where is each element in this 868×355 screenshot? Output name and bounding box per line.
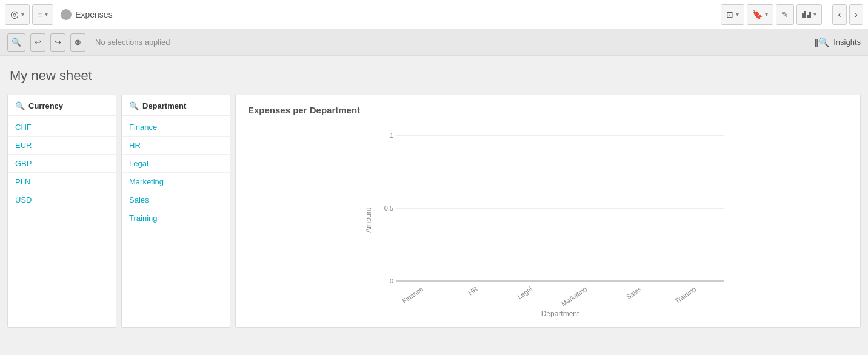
x-tick-finance: Finance bbox=[401, 285, 424, 304]
x-tick-marketing: Marketing bbox=[560, 285, 588, 308]
chart-select-button[interactable]: ▾ bbox=[796, 4, 822, 25]
department-filter-panel: 🔍 Department Finance HR Legal Marketing … bbox=[121, 95, 230, 328]
nav-caret: ▾ bbox=[21, 11, 24, 18]
app-title: Expenses bbox=[75, 10, 112, 19]
currency-search-icon: 🔍 bbox=[15, 101, 25, 110]
list-item[interactable]: Legal bbox=[122, 155, 230, 173]
list-caret: ▾ bbox=[45, 11, 48, 18]
no-selections-text: No selections applied bbox=[95, 38, 170, 47]
forward-button[interactable]: › bbox=[849, 4, 863, 25]
currency-filter-list: CHF EUR GBP PLN USD bbox=[8, 116, 116, 211]
list-item[interactable]: Training bbox=[122, 209, 230, 227]
insights-button[interactable]: ǁ🔍 Insights bbox=[814, 37, 861, 48]
list-item[interactable]: CHF bbox=[8, 118, 116, 137]
pencil-icon: ✎ bbox=[781, 10, 789, 19]
currency-filter-panel: 🔍 Currency CHF EUR GBP PLN USD bbox=[7, 95, 116, 328]
department-filter-header: 🔍 Department bbox=[122, 95, 230, 116]
list-item[interactable]: USD bbox=[8, 191, 116, 209]
y-tick-0: 0 bbox=[390, 277, 393, 285]
list-item[interactable]: Sales bbox=[122, 191, 230, 209]
forward-icon: › bbox=[855, 9, 858, 20]
bookmark-caret: ▾ bbox=[765, 11, 768, 18]
list-icon: ≡ bbox=[38, 10, 42, 19]
screen-icon: ⊡ bbox=[726, 10, 733, 19]
chart-select-caret: ▾ bbox=[813, 11, 816, 18]
screen-button[interactable]: ⊡ ▾ bbox=[721, 4, 744, 25]
list-item[interactable]: EUR bbox=[8, 137, 116, 155]
search-selection-icon: 🔍 bbox=[12, 38, 21, 47]
y-tick-1: 1 bbox=[390, 132, 393, 139]
sheet-title-area: My new sheet bbox=[0, 56, 868, 90]
back-icon: ‹ bbox=[838, 9, 841, 20]
forward-selection-icon: ↪ bbox=[55, 38, 61, 47]
x-tick-sales: Sales bbox=[625, 285, 643, 300]
barchart-icon bbox=[802, 11, 811, 18]
x-tick-legal: Legal bbox=[516, 285, 533, 300]
sheet-title: My new sheet bbox=[10, 68, 858, 84]
toolbar-divider bbox=[827, 7, 827, 22]
screen-caret: ▾ bbox=[736, 11, 739, 18]
list-item[interactable]: GBP bbox=[8, 155, 116, 173]
app-name-container: Expenses bbox=[61, 9, 112, 20]
clear-selection-icon: ⊗ bbox=[75, 38, 81, 47]
selection-bar: 🔍 ↩ ↪ ⊗ No selections applied ǁ🔍 Insight… bbox=[0, 29, 868, 56]
x-axis-label: Department bbox=[541, 309, 579, 317]
search-selection-button[interactable]: 🔍 bbox=[7, 33, 25, 52]
undo-selection-button[interactable]: ↩ bbox=[30, 33, 45, 52]
department-filter-list: Finance HR Legal Marketing Sales Trainin… bbox=[122, 116, 230, 229]
list-button[interactable]: ≡ ▾ bbox=[32, 4, 53, 25]
x-tick-hr: HR bbox=[467, 285, 479, 296]
clear-selection-button[interactable]: ⊗ bbox=[70, 33, 85, 52]
department-filter-title: Department bbox=[142, 101, 186, 110]
undo-selection-icon: ↩ bbox=[35, 38, 41, 47]
y-axis-label: Amount bbox=[364, 207, 373, 232]
list-item[interactable]: PLN bbox=[8, 173, 116, 191]
chart-svg-container: Amount 1 0.5 0 Finance HR Legal Marketin bbox=[248, 123, 848, 317]
bookmark-button[interactable]: 🔖 ▾ bbox=[747, 4, 773, 25]
edit-button[interactable]: ✎ bbox=[776, 4, 794, 25]
currency-filter-header: 🔍 Currency bbox=[8, 95, 116, 116]
insights-label: Insights bbox=[833, 38, 861, 47]
list-item[interactable]: Marketing bbox=[122, 173, 230, 191]
main-content: 🔍 Currency CHF EUR GBP PLN USD 🔍 Departm… bbox=[0, 90, 868, 333]
x-tick-training: Training bbox=[673, 285, 697, 304]
selection-bar-left: 🔍 ↩ ↪ ⊗ No selections applied bbox=[7, 33, 170, 52]
bookmark-icon: 🔖 bbox=[752, 10, 763, 19]
department-search-icon: 🔍 bbox=[129, 101, 139, 110]
y-tick-05: 0.5 bbox=[384, 205, 393, 212]
list-item[interactable]: HR bbox=[122, 137, 230, 155]
forward-selection-button[interactable]: ↪ bbox=[50, 33, 65, 52]
toolbar-left: ◎ ▾ ≡ ▾ Expenses bbox=[5, 4, 113, 25]
insights-icon: ǁ🔍 bbox=[814, 37, 830, 48]
chart-svg: Amount 1 0.5 0 Finance HR Legal Marketin bbox=[360, 123, 736, 317]
currency-filter-title: Currency bbox=[28, 101, 63, 110]
chart-title: Expenses per Department bbox=[248, 105, 848, 115]
nav-button[interactable]: ◎ ▾ bbox=[5, 4, 30, 25]
app-icon bbox=[61, 9, 72, 20]
chart-area: Expenses per Department Amount 1 0.5 0 bbox=[235, 95, 861, 328]
back-button[interactable]: ‹ bbox=[832, 4, 846, 25]
toolbar-right: ⊡ ▾ 🔖 ▾ ✎ ▾ ‹ › bbox=[721, 4, 863, 25]
top-toolbar: ◎ ▾ ≡ ▾ Expenses ⊡ ▾ 🔖 ▾ ✎ bbox=[0, 0, 868, 29]
nav-icon: ◎ bbox=[10, 8, 19, 20]
list-item[interactable]: Finance bbox=[122, 118, 230, 137]
